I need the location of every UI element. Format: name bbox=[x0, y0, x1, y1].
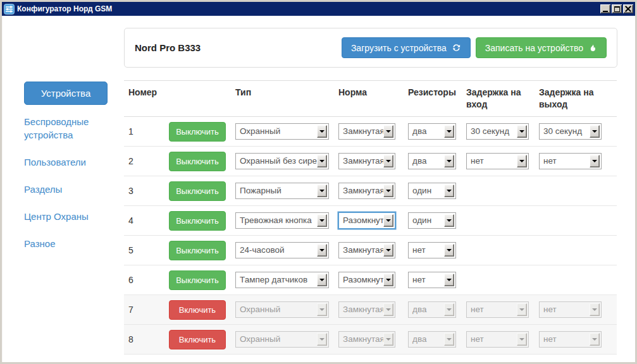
type-select[interactable]: Охранный bbox=[235, 123, 329, 140]
sidebar-item-users[interactable]: Пользователи bbox=[24, 155, 109, 169]
row-number: 1 bbox=[124, 126, 169, 136]
device-panel: Nord Pro B333 Загрузить с устройства Зап… bbox=[124, 28, 617, 68]
column-type: Тип bbox=[235, 87, 338, 99]
write-to-device-button[interactable]: Записать на устройство bbox=[476, 37, 607, 58]
resistors-select[interactable]: один bbox=[408, 183, 456, 199]
norm-select[interactable]: Замкнутая bbox=[338, 183, 395, 199]
load-from-device-button[interactable]: Загрузить с устройства bbox=[342, 37, 471, 58]
dropdown-arrow-icon bbox=[517, 155, 527, 167]
type-select[interactable]: Пожарный bbox=[235, 183, 329, 199]
close-button[interactable] bbox=[623, 4, 633, 13]
sidebar: Устройства Беспроводные устройства Польз… bbox=[24, 28, 109, 355]
dropdown-arrow-icon bbox=[317, 303, 327, 316]
row-number: 2 bbox=[124, 156, 169, 166]
dropdown-arrow-icon bbox=[317, 214, 327, 227]
delay-out-select-disabled: нет bbox=[539, 301, 602, 318]
app-sliders-icon bbox=[4, 4, 15, 15]
dropdown-arrow-icon bbox=[383, 214, 393, 227]
toggle-button[interactable]: Выключить bbox=[169, 211, 226, 231]
dropdown-arrow-icon bbox=[444, 303, 454, 316]
dropdown-arrow-icon bbox=[444, 125, 454, 138]
column-delay-out: Задержка на выход bbox=[539, 87, 617, 111]
dropdown-arrow-icon bbox=[383, 303, 393, 316]
toggle-button[interactable]: Включить bbox=[169, 330, 226, 349]
dropdown-arrow-icon bbox=[317, 244, 327, 257]
toggle-button[interactable]: Выключить bbox=[169, 241, 226, 260]
dropdown-arrow-icon bbox=[317, 333, 327, 346]
resistors-select[interactable]: нет bbox=[408, 242, 456, 258]
dropdown-arrow-icon bbox=[317, 185, 327, 197]
dropdown-arrow-icon bbox=[444, 244, 454, 257]
type-select[interactable]: 24-часовой bbox=[235, 242, 329, 258]
table-row: 1 Выключить Охранный Замкнутая два 30 се… bbox=[124, 117, 617, 147]
dropdown-arrow-icon bbox=[590, 155, 600, 167]
maximize-button[interactable] bbox=[612, 4, 622, 13]
dropdown-arrow-icon bbox=[444, 214, 454, 227]
type-select[interactable]: Тревожная кнопка bbox=[235, 212, 329, 229]
resistors-select-disabled: два bbox=[408, 301, 456, 318]
norm-select-focused[interactable]: Разомкнутая bbox=[338, 212, 395, 229]
norm-select[interactable]: Замкнутая bbox=[338, 242, 395, 258]
dropdown-arrow-icon bbox=[383, 185, 393, 197]
delay-in-select[interactable]: 30 секунд bbox=[466, 123, 529, 140]
norm-select-disabled: Замкнутая bbox=[338, 331, 395, 348]
row-number: 8 bbox=[124, 334, 169, 344]
norm-select[interactable]: Замкнутая bbox=[338, 153, 395, 169]
resistors-select-disabled: два bbox=[408, 331, 456, 348]
close-icon bbox=[625, 6, 631, 12]
delay-out-select-disabled: нет bbox=[539, 331, 602, 348]
dropdown-arrow-icon bbox=[383, 274, 393, 286]
dropdown-arrow-icon bbox=[517, 125, 527, 138]
sidebar-item-security-center[interactable]: Центр Охраны bbox=[24, 210, 109, 223]
minimize-button[interactable] bbox=[600, 4, 610, 13]
dropdown-arrow-icon bbox=[590, 125, 600, 138]
type-select[interactable]: Охранный без сирены bbox=[235, 153, 329, 169]
dropdown-arrow-icon bbox=[444, 333, 454, 346]
dropdown-arrow-icon bbox=[383, 155, 393, 167]
dropdown-arrow-icon bbox=[517, 333, 527, 346]
toggle-button[interactable]: Выключить bbox=[169, 270, 226, 290]
row-number: 5 bbox=[124, 245, 169, 255]
norm-select[interactable]: Замкнутая bbox=[338, 123, 395, 140]
content: Устройства Беспроводные устройства Польз… bbox=[2, 16, 635, 355]
window-controls bbox=[600, 4, 633, 13]
norm-select[interactable]: Разомкнутая bbox=[338, 272, 395, 288]
sidebar-item-devices[interactable]: Устройства bbox=[24, 82, 108, 105]
resistors-select[interactable]: два bbox=[408, 153, 456, 169]
delay-in-select[interactable]: нет bbox=[466, 153, 529, 169]
titlebar: Конфигуратор Норд GSM bbox=[2, 2, 635, 16]
delay-in-select-disabled: нет bbox=[466, 301, 529, 318]
column-norm: Норма bbox=[338, 87, 408, 99]
dropdown-arrow-icon bbox=[444, 185, 454, 197]
column-resistors: Резисторы bbox=[408, 87, 466, 99]
dropdown-arrow-icon bbox=[444, 274, 454, 286]
toggle-button[interactable]: Выключить bbox=[169, 181, 226, 201]
delay-out-select[interactable]: нет bbox=[539, 153, 602, 169]
fire-icon bbox=[588, 43, 597, 52]
resistors-select[interactable]: один bbox=[408, 212, 456, 229]
table-row: 2 Выключить Охранный без сирены Замкнута… bbox=[124, 147, 617, 176]
dropdown-arrow-icon bbox=[317, 125, 327, 138]
table-row: 7 Включить Охранный Замкнутая два нет не… bbox=[124, 295, 617, 325]
dropdown-arrow-icon bbox=[317, 274, 327, 286]
table-header: Номер Тип Норма Резисторы Задержка на вх… bbox=[124, 80, 617, 117]
type-select[interactable]: Тампер датчиков bbox=[235, 272, 329, 288]
sidebar-item-partitions[interactable]: Разделы bbox=[24, 183, 109, 196]
row-number: 4 bbox=[124, 215, 169, 226]
dropdown-arrow-icon bbox=[517, 303, 527, 316]
device-name: Nord Pro B333 bbox=[135, 42, 342, 53]
dropdown-arrow-icon bbox=[383, 244, 393, 257]
resistors-select[interactable]: два bbox=[408, 123, 456, 140]
dropdown-arrow-icon bbox=[590, 303, 600, 316]
sidebar-item-wireless-devices[interactable]: Беспроводные устройства bbox=[24, 115, 109, 142]
toggle-button[interactable]: Выключить bbox=[169, 152, 226, 171]
dropdown-arrow-icon bbox=[590, 333, 600, 346]
table-row: 4 Выключить Тревожная кнопка Разомкнутая… bbox=[124, 206, 617, 236]
table-row: 5 Выключить 24-часовой Замкнутая нет bbox=[124, 236, 617, 265]
toggle-button[interactable]: Выключить bbox=[169, 122, 226, 142]
delay-out-select[interactable]: 30 секунд bbox=[539, 123, 602, 140]
resistors-select[interactable]: нет bbox=[408, 272, 456, 288]
toggle-button[interactable]: Включить bbox=[169, 300, 226, 320]
sidebar-item-misc[interactable]: Разное bbox=[24, 237, 109, 250]
row-number: 7 bbox=[124, 305, 169, 315]
